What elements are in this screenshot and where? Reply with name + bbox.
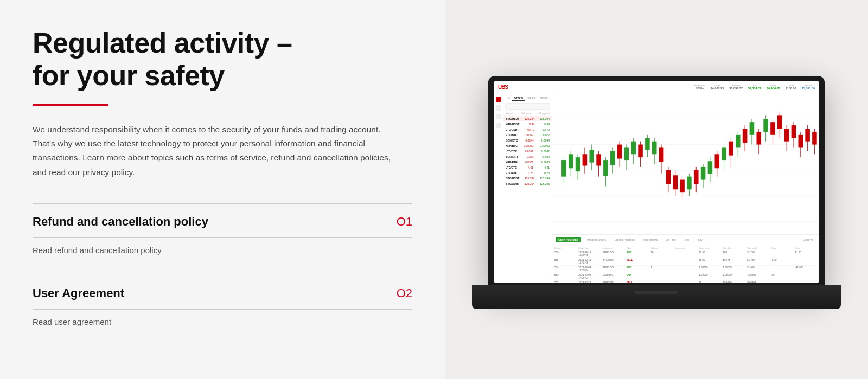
svg-rect-76 bbox=[792, 125, 796, 138]
topbar-stats: Margin Info 353% Level $4,632.25 Availab… bbox=[514, 84, 815, 90]
market-row: BCH/ETH 0.043 0.069 bbox=[503, 154, 552, 159]
policy-divider-2 bbox=[33, 309, 412, 310]
orders-table: Order # Close time Instrument Type Volum… bbox=[552, 245, 819, 283]
svg-rect-72 bbox=[763, 119, 768, 132]
orders-row: 584 2023-09-04 18:59:09 AUD/USD BUY 1 1.… bbox=[554, 266, 817, 273]
trading-platform: UBS Margin Info 353% Level $4,632.25 bbox=[494, 81, 819, 283]
market-list-header: Market Sell price Buy price bbox=[503, 111, 552, 116]
orders-row: 582 2023-08-29 10:56:45 EUR/CHF SELL $0 … bbox=[554, 281, 817, 283]
stat-margin: Margin Info 353% bbox=[694, 84, 705, 90]
market-row: XRP/ETH 0.0030 0.0003 bbox=[503, 159, 552, 165]
policy-link-1[interactable]: Read refund and cancellation policy bbox=[33, 246, 162, 255]
heading-line1: Regulated activity – bbox=[33, 27, 292, 59]
policy-number-2: O2 bbox=[397, 286, 412, 300]
policy-header-2: User Agreement O2 bbox=[33, 286, 412, 300]
svg-rect-71 bbox=[756, 131, 761, 144]
svg-rect-44 bbox=[569, 154, 573, 168]
heading-line2: for your safety bbox=[33, 60, 225, 91]
laptop-base bbox=[472, 285, 841, 309]
market-row: LTC/ETC 4.41 4.41 bbox=[503, 165, 552, 170]
trading-sidebar bbox=[494, 93, 503, 283]
svg-rect-74 bbox=[777, 115, 782, 129]
svg-rect-52 bbox=[624, 147, 629, 160]
svg-rect-65 bbox=[714, 154, 719, 168]
svg-rect-78 bbox=[805, 129, 810, 142]
tab-buy: Buy bbox=[695, 237, 705, 242]
svg-rect-75 bbox=[784, 129, 789, 142]
svg-rect-54 bbox=[638, 144, 643, 157]
candlestick-chart bbox=[552, 93, 819, 234]
sidebar-icon-4 bbox=[496, 123, 501, 128]
svg-rect-46 bbox=[583, 154, 588, 165]
svg-rect-45 bbox=[576, 157, 580, 171]
svg-rect-43 bbox=[561, 160, 566, 177]
svg-rect-69 bbox=[743, 129, 748, 143]
svg-rect-57 bbox=[659, 147, 664, 162]
sidebar-icon-3 bbox=[496, 114, 501, 119]
svg-rect-58 bbox=[666, 170, 671, 184]
svg-rect-56 bbox=[652, 141, 657, 154]
svg-rect-51 bbox=[617, 144, 622, 158]
chart-area bbox=[552, 93, 819, 234]
trading-topbar: UBS Margin Info 353% Level $4,632.25 bbox=[494, 81, 819, 93]
policy-section-2: User Agreement O2 Read user agreement bbox=[33, 275, 412, 327]
orders-panel: Open Positions Pending Orders Closed Pos… bbox=[552, 234, 819, 283]
right-panel: UBS Margin Info 353% Level $4,632.25 bbox=[445, 0, 868, 379]
policy-divider-1 bbox=[33, 237, 412, 238]
svg-rect-73 bbox=[770, 122, 775, 135]
svg-rect-55 bbox=[645, 138, 650, 149]
market-row: XRP/USDT 0.94 0.94 bbox=[503, 121, 552, 127]
market-row: ETC/ATC 0.23 0.23 bbox=[503, 170, 552, 176]
tab-closed-positions: Closed Positions bbox=[612, 237, 637, 242]
stat-credit: Credit $150.00 bbox=[786, 84, 796, 90]
description-text: We understand responsibility when it com… bbox=[33, 123, 401, 179]
orders-row: 583 2023-09-04 17:38:42 USD/BTC BUY 1.08… bbox=[554, 273, 817, 281]
tab-close-all: Close All bbox=[800, 237, 816, 242]
tab-instruments: Instruments bbox=[641, 237, 660, 242]
policy-header-1: Refund and cancellation policy O1 bbox=[33, 215, 412, 229]
svg-rect-0 bbox=[552, 93, 819, 234]
tab-crypto: ★ bbox=[506, 95, 512, 101]
svg-rect-50 bbox=[610, 151, 615, 165]
orders-row: 589 2023-09-11 15:30:48 EUR/USD BUY 10 $… bbox=[554, 250, 817, 258]
stat-balance: Balance $5,000.00 bbox=[802, 84, 815, 90]
main-heading: Regulated activity – for your safety bbox=[33, 27, 412, 92]
ubs-logo: UBS bbox=[498, 84, 508, 90]
trading-main: ★ Crypto Stocks Metals Market Sell price bbox=[494, 93, 819, 283]
sidebar-icon-1 bbox=[496, 97, 501, 102]
policy-link-2[interactable]: Read user agreement bbox=[33, 317, 111, 326]
svg-rect-70 bbox=[750, 122, 755, 135]
svg-rect-64 bbox=[708, 161, 713, 174]
svg-rect-59 bbox=[673, 175, 678, 189]
stat-equity: Equity $6,464.62 bbox=[767, 84, 780, 90]
orders-row: 588 2023-09-11 15:42:43 BTC/USD SELL $0.… bbox=[554, 258, 817, 266]
svg-rect-68 bbox=[736, 134, 741, 147]
svg-rect-67 bbox=[729, 141, 733, 155]
tab-sell: Sell bbox=[682, 237, 692, 242]
market-search bbox=[505, 103, 550, 110]
svg-rect-63 bbox=[701, 166, 706, 179]
svg-rect-60 bbox=[680, 179, 685, 192]
svg-rect-77 bbox=[798, 134, 803, 147]
market-row: XRP/BTC 0.00061 0.00060 bbox=[503, 143, 552, 149]
svg-rect-66 bbox=[722, 147, 726, 160]
market-tabs: ★ Crypto Stocks Metals bbox=[503, 93, 552, 101]
market-row: LTC/USDT 92.72 92.72 bbox=[503, 127, 552, 132]
tab-stocks: Stocks bbox=[525, 95, 538, 101]
chart-orders-panel: Open Positions Pending Orders Closed Pos… bbox=[552, 93, 819, 283]
market-row: ETC/BTC 0.00072 0.00072 bbox=[503, 132, 552, 138]
sidebar-icon-2 bbox=[496, 105, 501, 111]
svg-rect-49 bbox=[603, 160, 608, 176]
laptop-mockup: UBS Margin Info 353% Level $4,632.25 bbox=[472, 76, 841, 320]
page-container: Regulated activity – for your safety We … bbox=[0, 0, 868, 379]
stat-pl: P/L $1,314.62 bbox=[748, 84, 761, 90]
laptop-screen-outer: UBS Margin Info 353% Level $4,632.25 bbox=[488, 76, 825, 287]
tab-pending-orders: Pending Orders bbox=[584, 237, 609, 242]
svg-rect-61 bbox=[687, 176, 692, 189]
svg-rect-47 bbox=[589, 150, 594, 163]
stat-available: Available $1,832.37 bbox=[729, 84, 742, 90]
svg-rect-62 bbox=[694, 170, 699, 184]
svg-rect-79 bbox=[812, 131, 817, 144]
market-row: LTC/BTC 0.0032 0.0032 bbox=[503, 149, 552, 154]
market-row: BTC/AUBT 125.294 125.295 bbox=[503, 181, 552, 187]
